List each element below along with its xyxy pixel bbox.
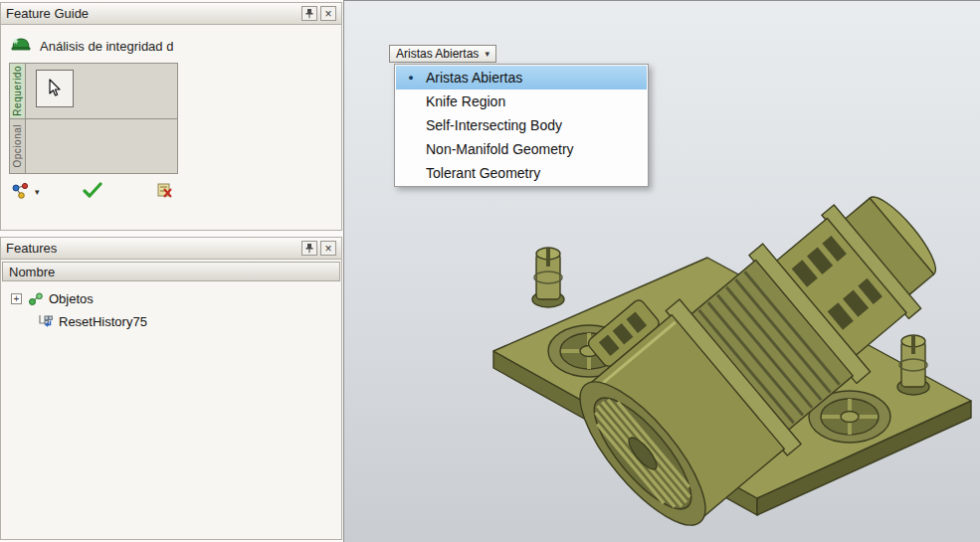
menu-item-tolerant-geometry[interactable]: ● Tolerant Geometry: [396, 161, 647, 185]
analysis-label: Análisis de integridad d: [40, 39, 173, 54]
tree-item-label: Objetos: [44, 291, 94, 306]
menu-item-knife-region[interactable]: ● Knife Region: [396, 90, 647, 113]
integrity-analysis-icon: [11, 35, 31, 57]
accept-check-icon[interactable]: [83, 182, 102, 198]
cancel-feature-icon[interactable]: [155, 182, 173, 198]
tab-opcional-label: Opcional: [12, 124, 23, 167]
left-dock: Feature Guide × Análisis de integrida: [0, 0, 343, 542]
reset-history-icon: [37, 314, 54, 329]
features-title: Features: [6, 241, 298, 256]
features-panel: Features × Nombre +: [0, 237, 342, 540]
menu-item-label: Aristas Abiertas: [426, 70, 522, 86]
viewport-3d[interactable]: Aristas Abiertas ▾ ● Aristas Abiertas ● …: [343, 0, 980, 542]
optional-cell[interactable]: [26, 119, 177, 174]
edge-type-dropdown[interactable]: Aristas Abiertas ▾: [389, 45, 496, 63]
features-tree: + Objetos: [1, 281, 341, 339]
edge-type-dropdown-label: Aristas Abiertas: [396, 47, 479, 61]
menu-item-label: Tolerant Geometry: [426, 165, 540, 181]
menu-item-non-manifold-geometry[interactable]: ● Non-Manifold Geometry: [396, 137, 647, 161]
analysis-row: Análisis de integridad d: [11, 35, 173, 57]
tree-item-label: ResetHistory75: [54, 314, 147, 329]
selected-bullet-icon: ●: [396, 73, 426, 83]
required-row: Requerido: [10, 64, 177, 118]
tab-requerido[interactable]: Requerido: [10, 64, 26, 118]
pin-icon[interactable]: [301, 241, 317, 256]
tree-column-header: Nombre: [2, 262, 340, 281]
pin-icon[interactable]: [301, 6, 317, 21]
feature-guide-titlebar: Feature Guide ×: [1, 3, 341, 25]
menu-item-self-intersecting-body[interactable]: ● Self-Intersecting Body: [396, 113, 647, 137]
feature-guide-toolbar: ▾: [11, 182, 210, 204]
close-icon[interactable]: ×: [320, 241, 336, 256]
objects-group-icon: [28, 292, 44, 306]
features-titlebar: Features ×: [1, 238, 341, 260]
feature-guide-panel: Feature Guide × Análisis de integrida: [0, 2, 342, 231]
tree-row-objetos[interactable]: + Objetos: [5, 287, 337, 310]
app-window: Feature Guide × Análisis de integrida: [0, 0, 980, 542]
structure-options-icon[interactable]: [11, 182, 31, 200]
chevron-down-icon[interactable]: ▾: [35, 187, 40, 197]
cursor-arrow-icon: [47, 79, 63, 98]
menu-item-label: Non-Manifold Geometry: [426, 141, 574, 157]
feature-guide-title: Feature Guide: [6, 6, 298, 21]
optional-row: Opcional: [10, 118, 177, 174]
menu-item-label: Self-Intersecting Body: [426, 117, 562, 133]
tab-requerido-label: Requerido: [12, 66, 23, 116]
menu-item-label: Knife Region: [426, 93, 505, 109]
edge-type-menu: ● Aristas Abiertas ● Knife Region ● Self…: [394, 64, 649, 187]
required-cell[interactable]: [26, 64, 177, 118]
close-icon[interactable]: ×: [320, 6, 336, 21]
menu-item-aristas-abiertas[interactable]: ● Aristas Abiertas: [396, 66, 647, 90]
tree-row-resethistory[interactable]: ResetHistory75: [5, 310, 337, 333]
chevron-down-icon: ▾: [485, 49, 490, 59]
expand-plus-icon[interactable]: +: [11, 293, 22, 304]
tab-opcional[interactable]: Opcional: [10, 119, 26, 174]
feature-guide-table: Requerido Opcional: [9, 63, 178, 174]
selection-tool-box[interactable]: [36, 70, 74, 107]
